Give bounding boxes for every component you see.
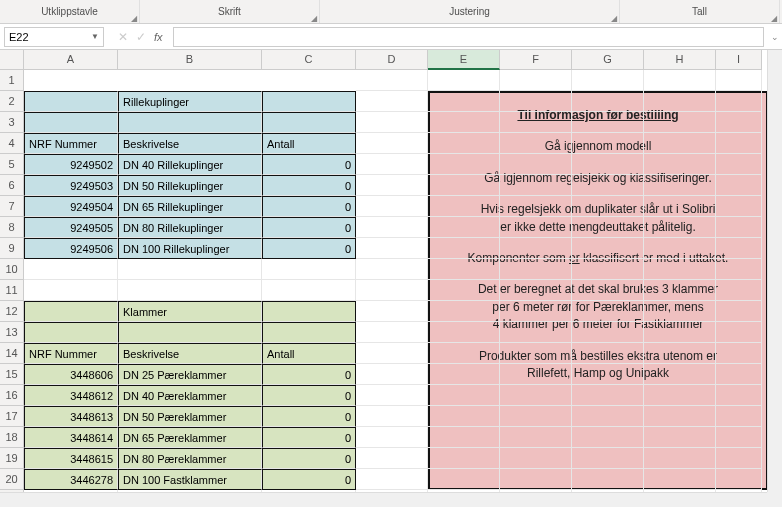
cell[interactable] [500, 469, 572, 490]
cell[interactable] [644, 301, 716, 322]
row-header[interactable]: 16 [0, 385, 24, 406]
column-header[interactable]: A [24, 50, 118, 70]
select-all-corner[interactable] [0, 50, 24, 70]
cell[interactable] [262, 91, 356, 112]
cell[interactable] [572, 196, 644, 217]
cell[interactable] [644, 196, 716, 217]
cell[interactable] [644, 448, 716, 469]
cell[interactable]: 3448615 [24, 448, 118, 469]
row-header[interactable]: 15 [0, 364, 24, 385]
cell[interactable]: 3448614 [24, 427, 118, 448]
cell[interactable]: 3448612 [24, 385, 118, 406]
cell[interactable] [572, 385, 644, 406]
cell[interactable] [500, 91, 572, 112]
cell[interactable]: 0 [262, 427, 356, 448]
cell[interactable] [572, 448, 644, 469]
cell[interactable] [428, 406, 500, 427]
formula-bar[interactable] [173, 27, 764, 47]
cell[interactable] [118, 280, 262, 301]
cell[interactable] [572, 280, 644, 301]
cell[interactable] [428, 112, 500, 133]
cell[interactable] [572, 133, 644, 154]
row-header[interactable]: 19 [0, 448, 24, 469]
cell[interactable] [500, 427, 572, 448]
dialog-launcher-icon[interactable]: ◢ [611, 14, 617, 23]
horizontal-scrollbar[interactable] [0, 492, 767, 507]
cell[interactable] [644, 217, 716, 238]
cell[interactable] [644, 427, 716, 448]
cell[interactable] [716, 406, 762, 427]
row-header[interactable]: 10 [0, 259, 24, 280]
row-header[interactable]: 6 [0, 175, 24, 196]
cell[interactable] [572, 175, 644, 196]
cell[interactable] [356, 406, 428, 427]
cell[interactable] [716, 238, 762, 259]
vertical-scrollbar[interactable] [767, 50, 782, 492]
cell[interactable]: 9249506 [24, 238, 118, 259]
dialog-launcher-icon[interactable]: ◢ [771, 14, 777, 23]
cell[interactable] [716, 70, 762, 91]
cell[interactable] [356, 133, 428, 154]
cell[interactable] [500, 196, 572, 217]
name-box[interactable]: E22 ▼ [4, 27, 104, 47]
cell[interactable] [500, 385, 572, 406]
cell[interactable] [356, 238, 428, 259]
cell[interactable]: 0 [262, 385, 356, 406]
cell[interactable] [500, 343, 572, 364]
row-header[interactable]: 8 [0, 217, 24, 238]
row-header[interactable]: 12 [0, 301, 24, 322]
cell[interactable] [500, 364, 572, 385]
cell[interactable] [356, 70, 428, 91]
cell[interactable] [716, 196, 762, 217]
cell[interactable] [500, 175, 572, 196]
cell[interactable] [716, 448, 762, 469]
cell[interactable] [644, 343, 716, 364]
cell[interactable] [428, 280, 500, 301]
cell[interactable] [572, 91, 644, 112]
column-header[interactable]: E [428, 50, 500, 70]
cell[interactable]: DN 80 Rillekuplinger [118, 217, 262, 238]
cell[interactable] [356, 301, 428, 322]
cell[interactable] [428, 385, 500, 406]
cell[interactable] [716, 91, 762, 112]
cell[interactable]: 9249504 [24, 196, 118, 217]
row-header[interactable]: 13 [0, 322, 24, 343]
cell[interactable]: DN 50 Rillekuplinger [118, 175, 262, 196]
cell[interactable]: 0 [262, 175, 356, 196]
row-header[interactable]: 3 [0, 112, 24, 133]
column-header[interactable]: F [500, 50, 572, 70]
cell[interactable] [428, 448, 500, 469]
cell[interactable]: DN 40 Rillekuplinger [118, 154, 262, 175]
cell[interactable] [356, 385, 428, 406]
cell[interactable] [356, 217, 428, 238]
cell[interactable] [356, 196, 428, 217]
column-header[interactable]: I [716, 50, 762, 70]
cell[interactable] [716, 322, 762, 343]
cell[interactable] [572, 343, 644, 364]
cell[interactable]: 0 [262, 364, 356, 385]
cell[interactable] [716, 385, 762, 406]
cell[interactable]: 9249505 [24, 217, 118, 238]
cell[interactable]: DN 40 Pæreklammer [118, 385, 262, 406]
cell[interactable]: Beskrivelse [118, 133, 262, 154]
column-header[interactable]: G [572, 50, 644, 70]
row-header[interactable]: 2 [0, 91, 24, 112]
cell[interactable] [262, 112, 356, 133]
cell[interactable] [500, 238, 572, 259]
row-header[interactable]: 1 [0, 70, 24, 91]
cell[interactable] [356, 364, 428, 385]
column-header[interactable]: H [644, 50, 716, 70]
column-header[interactable]: D [356, 50, 428, 70]
cell[interactable] [644, 469, 716, 490]
cell[interactable] [572, 406, 644, 427]
cell[interactable] [428, 238, 500, 259]
cell[interactable]: 0 [262, 196, 356, 217]
row-header[interactable]: 14 [0, 343, 24, 364]
cell[interactable] [572, 217, 644, 238]
chevron-down-icon[interactable]: ▼ [91, 32, 99, 41]
cell[interactable] [118, 259, 262, 280]
cell[interactable] [572, 322, 644, 343]
cell[interactable] [572, 154, 644, 175]
cell[interactable] [644, 364, 716, 385]
cell[interactable] [716, 175, 762, 196]
